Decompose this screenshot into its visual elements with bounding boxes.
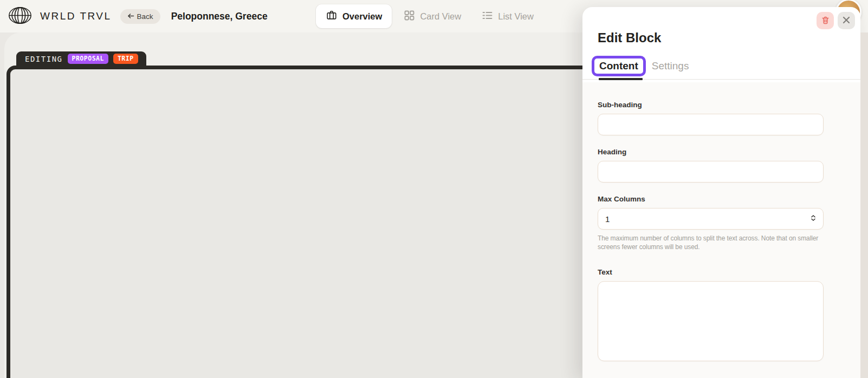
active-tab-indicator: [599, 78, 643, 80]
tab-list-view-label: List View: [498, 11, 534, 22]
subheading-input[interactable]: [598, 114, 824, 135]
trip-badge: TRIP: [113, 54, 138, 64]
tab-card-view[interactable]: Card View: [395, 5, 470, 28]
delete-block-button[interactable]: [817, 12, 834, 29]
arrow-left-icon: [127, 12, 134, 21]
text-textarea[interactable]: [598, 281, 824, 361]
subheading-label: Sub-heading: [598, 100, 824, 110]
tab-card-view-label: Card View: [420, 11, 461, 22]
max-columns-value: 1: [605, 214, 610, 224]
chevron-up-down-icon: [809, 214, 817, 224]
view-switcher: Overview Card View List Vie: [316, 0, 542, 32]
brand-name: WRLD TRVL: [40, 10, 112, 22]
tab-overview[interactable]: Overview: [316, 4, 392, 28]
brand-logo[interactable]: WRLD TRVL: [8, 6, 112, 27]
page-scrollbar[interactable]: [860, 32, 868, 378]
close-panel-button[interactable]: [838, 12, 855, 29]
panel-actions: [817, 12, 855, 29]
content-form: Sub-heading Heading Max Columns 1 The ma…: [582, 82, 860, 378]
editing-label: EDITING: [25, 55, 63, 63]
tab-settings[interactable]: Settings: [650, 56, 691, 76]
proposal-badge: PROPOSAL: [68, 54, 108, 64]
trash-icon: [821, 15, 830, 27]
tab-divider: [582, 79, 860, 80]
list-icon: [482, 10, 493, 23]
max-columns-select[interactable]: 1: [598, 208, 824, 230]
max-columns-help: The maximum number of columns to split t…: [598, 234, 836, 251]
tab-content[interactable]: Content: [592, 56, 646, 76]
briefcase-icon: [326, 9, 338, 23]
panel-tab-bar: Content Settings: [592, 56, 860, 76]
text-field-group: Text: [598, 268, 824, 363]
trip-title: Peloponnese, Greece: [171, 11, 268, 22]
max-columns-label: Max Columns: [598, 194, 824, 204]
max-columns-field-group: Max Columns 1 The maximum number of colu…: [598, 194, 824, 251]
editing-status-tab: EDITING PROPOSAL TRIP: [16, 51, 146, 66]
tab-list-view[interactable]: List View: [473, 5, 542, 28]
heading-label: Heading: [598, 147, 824, 157]
tab-overview-label: Overview: [342, 11, 382, 22]
heading-field-group: Heading: [598, 147, 824, 183]
subheading-field-group: Sub-heading: [598, 100, 824, 135]
edit-block-panel: Edit Block Content Settings Sub-heading …: [582, 7, 860, 378]
globe-icon: [8, 6, 33, 27]
back-button[interactable]: Back: [120, 9, 160, 24]
grid-icon: [404, 10, 415, 23]
text-label: Text: [598, 268, 824, 277]
heading-input[interactable]: [598, 161, 824, 183]
back-button-label: Back: [137, 12, 153, 21]
close-icon: [843, 16, 850, 25]
